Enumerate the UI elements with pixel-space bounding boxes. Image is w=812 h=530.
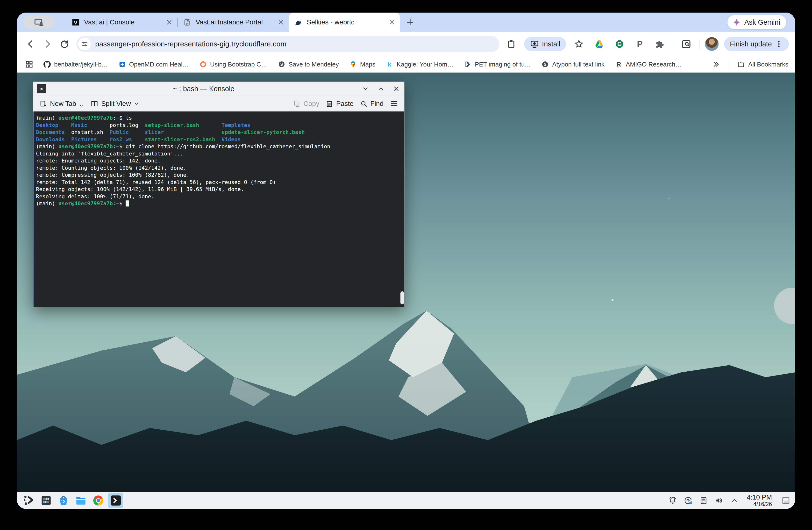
updates-button[interactable] — [683, 496, 693, 505]
extensions-button[interactable] — [653, 37, 668, 52]
dolphin-icon — [75, 494, 87, 506]
taskbar-app-app-launcher[interactable] — [21, 493, 36, 508]
konsole-toolbar: New Tab Split View Copy Paste Find — [33, 96, 404, 111]
drive-extension-button[interactable] — [592, 37, 607, 52]
notifications-button[interactable] — [668, 496, 677, 505]
back-button[interactable] — [23, 37, 38, 52]
bookmark-pet-imaging-of-tu-[interactable]: PET imaging of tu… — [464, 61, 531, 68]
tab-strip: Vast.ai | ConsoleVast.ai Instance Portal… — [17, 13, 795, 32]
clipboard-manager-button[interactable] — [699, 496, 708, 505]
side-panel-search-button[interactable] — [679, 37, 694, 52]
bookmark-save-to-mendeley[interactable]: Save to Mendeley — [278, 61, 339, 68]
all-bookmarks-button[interactable]: All Bookmarks — [737, 60, 788, 68]
tab-close-button[interactable] — [166, 19, 173, 26]
update-arrow-icon — [683, 496, 693, 505]
bookmark-maps[interactable]: Maps — [349, 61, 376, 68]
taskbar-app-dolphin[interactable] — [73, 493, 88, 508]
digital-clock[interactable]: 4:10 PM 4/16/26 — [747, 494, 772, 507]
terminal[interactable]: (main) user@40ec97997a7b:~$ lsDesktop Mu… — [33, 111, 404, 307]
close-button[interactable] — [392, 85, 401, 93]
tab-selkies-webrtc[interactable]: Selkies - webrtc — [289, 13, 400, 32]
scircle-icon — [541, 61, 549, 68]
maximize-button[interactable] — [377, 85, 385, 93]
terminal-output: (main) user@40ec97997a7b:~$ lsDesktop Mu… — [34, 111, 404, 207]
petarrow-icon — [464, 61, 472, 68]
clipboard-button[interactable] — [504, 37, 519, 52]
bookmarks-separator — [37, 60, 37, 69]
new-tab-button-konsole[interactable]: New Tab — [38, 98, 86, 110]
terminal-line: (main) user@40ec97997a7b:~$ git clone ht… — [36, 143, 402, 150]
split-view-label: Split View — [101, 100, 131, 108]
tab-close-button[interactable] — [277, 19, 285, 26]
bookmark-star-icon — [574, 39, 584, 49]
tab-vast-ai-console[interactable]: Vast.ai | Console — [66, 13, 177, 32]
tab-title: Vast.ai | Console — [84, 18, 166, 26]
folder-icon — [737, 60, 745, 68]
new-tab-label: New Tab — [50, 100, 76, 108]
bookmarks-bar: benbalter/jekyll-b…OpenMD.com Heal…Using… — [17, 56, 795, 72]
terminal-line: Documents onstart.sh Public slicer updat… — [36, 129, 402, 136]
window-controls-pill[interactable] — [23, 15, 55, 29]
amigor-icon — [615, 61, 622, 68]
taskbar-app-konsole[interactable] — [108, 493, 123, 508]
taskbar-app-chrome[interactable] — [91, 493, 106, 508]
hamburger-menu-button[interactable] — [388, 98, 400, 109]
finish-update-button[interactable]: Finish update — [724, 37, 789, 51]
install-app-button[interactable]: Install — [524, 37, 566, 51]
minimize-button[interactable] — [361, 85, 369, 93]
p-extension-button[interactable] — [632, 37, 647, 52]
bookmarks-right: All Bookmarks — [711, 59, 788, 70]
ask-gemini-button[interactable]: Ask Gemini — [727, 15, 786, 29]
tab-vast-ai-instance-portal[interactable]: Vast.ai Instance Portal — [178, 13, 289, 32]
system-settings-icon — [40, 494, 52, 506]
bookmark-kaggle-your-hom-[interactable]: Kaggle: Your Hom… — [386, 61, 453, 68]
p-extension-icon — [635, 39, 644, 49]
grammarly-extension-button[interactable] — [612, 37, 627, 52]
google-drive-icon — [594, 39, 604, 49]
reload-button[interactable] — [57, 37, 72, 52]
bookmark-benbalter-jekyll-b-[interactable]: benbalter/jekyll-b… — [43, 61, 108, 68]
browser-window: Vast.ai | ConsoleVast.ai Instance Portal… — [17, 13, 795, 509]
terminal-line: Downloads Pictures ros2_ws start-slicer-… — [36, 136, 402, 143]
toolbar-separator — [699, 39, 699, 49]
bookmark-openmd-com-heal-[interactable]: OpenMD.com Heal… — [119, 61, 189, 68]
hamburger-icon — [390, 100, 398, 108]
bookmark-label: OpenMD.com Heal… — [129, 61, 189, 68]
bookmark-star-button[interactable] — [571, 37, 586, 52]
terminal-line: (main) user@40ec97997a7b:~$ ls — [36, 114, 402, 122]
paste-button[interactable]: Paste — [324, 98, 356, 109]
bookmark-atypon-full-text-link[interactable]: Atypon full text link — [541, 61, 605, 68]
bookmark-amigo-research-[interactable]: AMIGO Research… — [615, 61, 682, 68]
site-info-button[interactable] — [78, 38, 91, 50]
tray-expand-button[interactable] — [730, 496, 739, 505]
bookmark-label: Kaggle: Your Hom… — [396, 61, 453, 68]
browser-toolbar: passenger-profession-representations-gig… — [17, 32, 795, 56]
terminal-line: Resolving deltas: 100% (71/71), done. — [36, 193, 402, 200]
konsole-titlebar[interactable]: > ~ : bash — Konsole — [33, 82, 404, 96]
tab-close-button[interactable] — [388, 19, 396, 26]
profile-avatar[interactable] — [705, 37, 719, 51]
volume-button[interactable] — [714, 496, 724, 505]
taskbar-app-system-settings[interactable] — [39, 493, 54, 508]
new-tab-button[interactable] — [403, 15, 417, 29]
bookmarks-overflow-button[interactable] — [711, 59, 721, 70]
apps-grid-button[interactable] — [24, 59, 35, 70]
forward-button[interactable] — [40, 37, 55, 52]
terminal-line: Desktop Music ports.log setup-slicer.bas… — [36, 122, 402, 129]
extensions-puzzle-icon — [655, 39, 665, 49]
copy-button[interactable]: Copy — [291, 98, 321, 109]
show-desktop-button[interactable] — [781, 496, 791, 505]
scrollbar-thumb[interactable] — [401, 291, 404, 304]
chevron-double-right-icon — [712, 60, 720, 68]
tune-icon — [81, 40, 89, 48]
split-view-button[interactable]: Split View — [89, 98, 141, 109]
system-tray: 4:10 PM 4/16/26 — [668, 494, 791, 507]
address-bar[interactable]: passenger-profession-representations-gig… — [76, 36, 499, 52]
taskbar-app-discover[interactable] — [56, 493, 71, 508]
find-button[interactable]: Find — [358, 98, 386, 109]
bookmark-using-bootstrap-c-[interactable]: Using Bootstrap C… — [200, 61, 267, 68]
bookmark-items: benbalter/jekyll-b…OpenMD.com Heal…Using… — [43, 61, 692, 68]
bookmark-label: benbalter/jekyll-b… — [54, 61, 108, 68]
terminal-scrollbar[interactable] — [401, 112, 404, 306]
finish-update-label: Finish update — [730, 40, 772, 48]
